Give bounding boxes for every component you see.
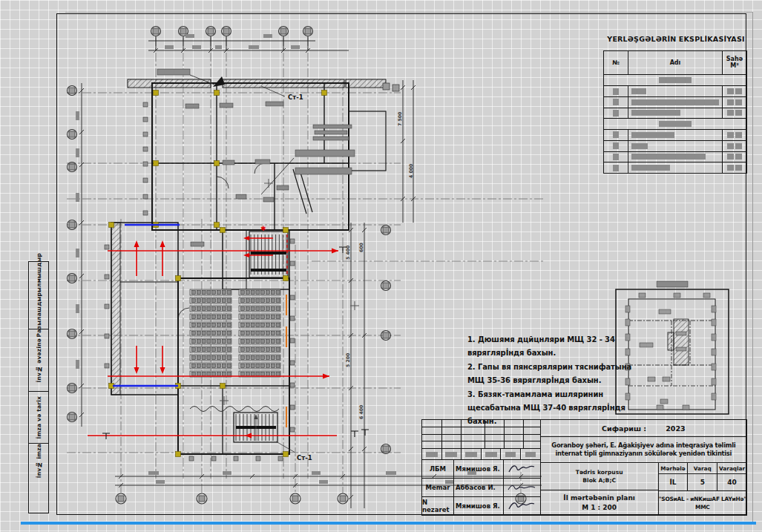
bottom-blue-rule: [21, 522, 756, 525]
signature: [504, 497, 540, 515]
signature-row: N nezaret Мямишов Я.: [422, 497, 540, 515]
sheets-value: 40: [717, 474, 746, 490]
order-label: Сифариш :: [602, 424, 646, 433]
role-name: Аббасов И.: [454, 479, 504, 496]
table-row: [604, 130, 746, 141]
table-row: [604, 141, 746, 152]
company-line1: "SOSиAL - иNKишAF LAYиHə": [659, 495, 746, 503]
scale: M 1 : 200: [582, 503, 617, 513]
table-row: [604, 152, 746, 163]
note-line: щесабатына МЩ 37-40 вяряглярİндя: [467, 401, 644, 415]
table-row: [604, 162, 746, 173]
col-header-area-line2: M²: [730, 63, 738, 70]
project-line: Goranboy şəhəri, E. Ağakişiyev adına int…: [551, 441, 735, 450]
col-header-area: Sahə M²: [723, 51, 746, 74]
project-line: internat tipli gimnaziyanın sökülərək ye…: [556, 450, 732, 458]
col-header-name: Adı: [628, 51, 723, 74]
role-name: Мямишов Я.: [454, 460, 504, 478]
note-line: МЩ 35-36 вяряглярİндя бахын.: [467, 374, 644, 387]
blue-marks: [113, 225, 180, 386]
role-label: Memar: [422, 479, 454, 496]
staircase: [236, 234, 286, 441]
sheet-label: Varaq: [688, 463, 717, 473]
dim-label: 4 000: [408, 163, 413, 178]
sheet-name: İl mərtəbənin planı: [563, 493, 635, 503]
table-row: [604, 86, 746, 97]
stage-value: İL: [659, 474, 689, 490]
title-block-left: ЛБМ Мямишов Я. Memar Аббасов И. N nezare…: [422, 420, 541, 515]
sheet-value: 5: [688, 474, 717, 490]
signature: [504, 479, 540, 496]
paper-edge-right: [752, 12, 753, 522]
strip-label: İnv№ imza: [36, 444, 42, 478]
sheets-label: Varaqlar: [717, 463, 746, 473]
dim-label: 7 500: [397, 111, 402, 126]
dim-label: 5 200: [345, 352, 350, 367]
project-name: Goranboy şəhəri, E. Ağakişiyev adına int…: [541, 437, 746, 463]
role-label: N nezaret: [422, 497, 454, 515]
redacted-labels: [157, 69, 355, 246]
object-line2: Blok A;B;C: [582, 476, 616, 485]
dim-label: 6 400: [358, 404, 364, 419]
signature-row: Memar Аббасов И.: [422, 479, 540, 497]
note-line: 2. Гапы вя пянсярялярин тяснифатына: [467, 361, 644, 374]
section-label-bottom: Ст-1: [297, 454, 312, 462]
note-line: 3. Бязяк-тамамлама ишляринин: [467, 388, 644, 401]
strip-cell: İmza və tarix: [29, 392, 48, 444]
seat-rows: [190, 289, 280, 377]
strip-label: İmza və tarix: [36, 396, 42, 439]
strip-label: Разылашдырылмышдыр: [36, 253, 42, 337]
table-row: [604, 97, 746, 108]
role-name: Мямишов Я.: [454, 497, 504, 515]
note-line: 1. Дюшямя дцйцнляри МЩ 32 - 34: [467, 333, 644, 347]
strip-cell: Разылашдырылмышдыр: [29, 262, 48, 329]
strip-label: İnv№ əvəzinə: [36, 338, 42, 382]
strip-cell: İnv№ əvəzinə: [29, 329, 48, 392]
table-row: [604, 108, 746, 119]
title-block-right: Сифариш : 2023 Goranboy şəhəri, E. Ağaki…: [541, 420, 746, 515]
inventory-strip: Разылашдырылмышдыр İnv№ əvəzinə İmza və …: [28, 261, 49, 513]
break-line: [190, 407, 279, 412]
red-star-mark: ✱: [260, 225, 266, 232]
section-row: [604, 75, 746, 86]
section-label-top: Ст-1: [288, 93, 303, 101]
signature: [504, 460, 540, 478]
strip-cell: İnv№ imza: [29, 444, 48, 478]
dim-label: 600: [358, 242, 364, 252]
stage-sheet-cell: Mərhələ Varaq Varaqlar İL 5 40 "SOSиAL -…: [659, 463, 746, 515]
section-row: [604, 119, 746, 130]
title-block: ЛБМ Мямишов Я. Memar Аббасов И. N nezare…: [421, 419, 747, 516]
explication-table: № Adı Sahə M²: [603, 50, 747, 174]
revision-signatures-row: [422, 449, 540, 460]
explication-header: № Adı Sahə M²: [604, 51, 746, 75]
paper-edge-top: [65, 12, 752, 13]
order-value: 2023: [666, 424, 685, 433]
order-row: Сифариш : 2023: [541, 420, 746, 437]
drawing-sheet: 5 400 600 5 200 6 400 7 500 4 000: [0, 0, 762, 532]
company-cell: "SOSиAL - иNKишAF LAYиHə" MMC: [659, 491, 746, 515]
notes-block: 1. Дюшямя дцйцнляри МЩ 32 - 34 вяряглярİ…: [467, 333, 644, 429]
col-header-no: №: [604, 51, 628, 74]
explication-title: YERLƏŞGƏLƏRİN EKSPLİKASİYASI: [605, 35, 746, 43]
note-line: вяряглярİндя бахын.: [467, 347, 644, 360]
object-line1: Tədris korpusu: [576, 468, 623, 476]
company-line2: MMC: [695, 503, 710, 511]
revision-grid: [422, 420, 540, 449]
role-label: ЛБМ: [422, 460, 454, 478]
column-markers: [109, 91, 327, 457]
stage-label: Mərhələ: [659, 463, 689, 473]
signature-row: ЛБМ Мямишов Я.: [422, 460, 540, 479]
object-cell: Tədris korpusu Blok A;B;C İl mərtəbənin …: [541, 463, 659, 515]
